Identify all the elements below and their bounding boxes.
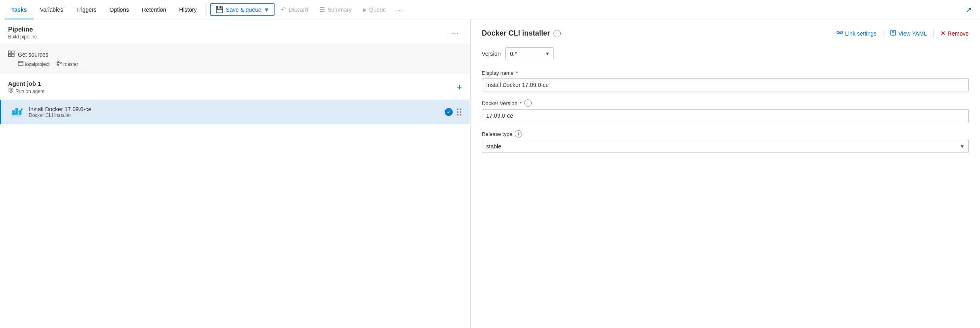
add-task-button[interactable]: + — [457, 83, 462, 92]
main-layout: Pipeline Build pipeline ⋯ Get sources — [0, 19, 980, 328]
task-type: Docker CLI installer — [29, 112, 440, 118]
nav-tab-history[interactable]: History — [173, 0, 203, 19]
get-sources-section: Get sources localproject — [0, 45, 470, 74]
nav-tab-variables[interactable]: Variables — [34, 0, 70, 19]
left-panel: Pipeline Build pipeline ⋯ Get sources — [0, 19, 471, 328]
undo-icon: ↶ — [281, 6, 286, 13]
title-info-icon[interactable]: i — [553, 30, 561, 37]
svg-rect-10 — [9, 89, 13, 92]
docker-version-input[interactable] — [482, 109, 969, 122]
queue-button[interactable]: ▶ Queue — [358, 4, 391, 15]
docker-version-label: Docker Version * i — [482, 99, 969, 107]
svg-rect-4 — [18, 61, 23, 66]
branch-icon — [56, 61, 62, 68]
release-type-select-wrapper: stable edge test nightly ▼ — [482, 140, 969, 153]
task-item[interactable]: Install Docker 17.09.0-ce Docker CLI ins… — [0, 100, 470, 124]
svg-rect-3 — [12, 54, 14, 57]
svg-rect-21 — [19, 113, 21, 114]
nav-divider — [207, 3, 207, 16]
expand-button[interactable]: ➚ — [963, 3, 975, 16]
svg-rect-23 — [15, 108, 18, 110]
source-project: localproject — [18, 61, 50, 68]
task-actions: ✓ — [445, 108, 462, 116]
docker-version-info-icon[interactable]: i — [524, 99, 532, 107]
version-select-wrapper: 0.* 1.* 2.* ▼ — [505, 47, 554, 60]
discard-button[interactable]: ↶ Discard — [276, 4, 313, 15]
agent-icon — [8, 88, 14, 95]
right-panel: Docker CLI installer i Link settings — [471, 19, 980, 328]
expand-icon: ➚ — [966, 6, 972, 14]
display-name-row: Display name * — [482, 70, 969, 91]
agent-job-section: Agent job 1 Run on — [0, 74, 470, 100]
svg-rect-18 — [15, 113, 18, 114]
right-header-actions: Link settings View YAML — [836, 30, 969, 38]
right-header: Docker CLI installer i Link settings — [482, 29, 969, 38]
action-divider-2 — [934, 30, 934, 38]
svg-point-7 — [57, 64, 59, 66]
pipeline-subtitle: Build pipeline — [8, 34, 37, 40]
svg-rect-12 — [11, 89, 12, 90]
display-name-required: * — [516, 70, 518, 76]
svg-rect-20 — [15, 110, 18, 112]
version-select[interactable]: 0.* 1.* 2.* — [505, 47, 554, 60]
pipeline-info: Pipeline Build pipeline — [8, 26, 37, 40]
link-icon — [836, 30, 843, 37]
nav-tab-triggers[interactable]: Triggers — [70, 0, 103, 19]
pipeline-title: Pipeline — [8, 26, 37, 33]
task-name: Install Docker 17.09.0-ce — [29, 106, 440, 112]
release-type-row: Release type i stable edge test nightly … — [482, 130, 969, 153]
sources-meta: localproject master — [8, 61, 462, 68]
remove-button[interactable]: ✕ Remove — [940, 30, 969, 37]
agent-job-title: Agent job 1 — [8, 80, 44, 87]
summary-button[interactable]: ☰ Summary — [315, 4, 357, 15]
release-type-select[interactable]: stable edge test nightly — [482, 140, 969, 153]
release-type-label: Release type i — [482, 130, 969, 138]
version-label: Version — [482, 51, 501, 57]
nav-tab-tasks[interactable]: Tasks — [5, 0, 34, 19]
save-queue-button[interactable]: 💾 Save & queue ▼ — [210, 3, 275, 16]
svg-point-24 — [21, 108, 23, 110]
nav-tab-options[interactable]: Options — [103, 0, 135, 19]
sources-icon — [8, 51, 15, 58]
release-type-info-icon[interactable]: i — [515, 130, 522, 138]
yaml-icon — [890, 30, 896, 37]
play-icon: ▶ — [363, 7, 367, 13]
view-yaml-button[interactable]: View YAML — [890, 30, 927, 37]
nav-actions: 💾 Save & queue ▼ ↶ Discard ☰ Summary ▶ Q… — [210, 3, 406, 16]
docker-version-required: * — [520, 100, 522, 106]
version-row: Version 0.* 1.* 2.* ▼ — [482, 47, 969, 60]
drag-handle[interactable] — [456, 108, 462, 116]
task-check-icon: ✓ — [445, 108, 453, 116]
task-info: Install Docker 17.09.0-ce Docker CLI ins… — [29, 106, 440, 118]
lines-icon: ☰ — [319, 6, 325, 13]
right-title-area: Docker CLI installer i — [482, 29, 561, 38]
agent-job-subtitle: Run on agent — [8, 88, 44, 95]
svg-rect-17 — [12, 113, 15, 114]
svg-rect-2 — [8, 54, 11, 57]
svg-rect-0 — [8, 51, 11, 53]
pipeline-header: Pipeline Build pipeline ⋯ — [0, 19, 470, 45]
svg-rect-19 — [12, 110, 15, 112]
source-branch: master — [56, 61, 78, 68]
chevron-down-icon: ▼ — [264, 6, 270, 13]
action-divider-1 — [883, 30, 883, 38]
svg-point-6 — [57, 61, 59, 63]
agent-job-info: Agent job 1 Run on — [8, 80, 44, 95]
display-name-label: Display name * — [482, 70, 969, 76]
svg-rect-11 — [10, 89, 11, 90]
remove-icon: ✕ — [940, 30, 946, 37]
top-nav: Tasks Variables Triggers Options Retenti… — [0, 0, 980, 19]
project-icon — [18, 61, 23, 68]
save-icon: 💾 — [215, 6, 224, 13]
agent-job-header: Agent job 1 Run on — [8, 80, 462, 95]
svg-rect-1 — [12, 51, 14, 53]
pipeline-ellipsis-button[interactable]: ⋯ — [448, 27, 462, 38]
docker-version-row: Docker Version * i — [482, 99, 969, 122]
get-sources-title[interactable]: Get sources — [8, 51, 462, 58]
docker-task-icon — [9, 105, 24, 119]
more-options-button[interactable]: ⋯ — [393, 3, 406, 16]
detail-title: Docker CLI installer — [482, 29, 550, 38]
link-settings-button[interactable]: Link settings — [836, 30, 877, 37]
display-name-input[interactable] — [482, 78, 969, 91]
nav-tab-retention[interactable]: Retention — [135, 0, 173, 19]
